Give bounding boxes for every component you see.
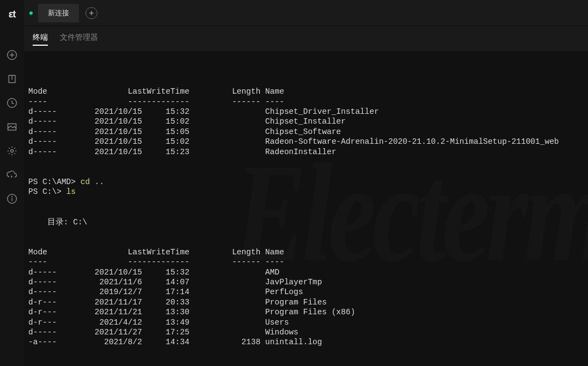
- tab-new-connection[interactable]: 新连接: [38, 4, 79, 22]
- info-icon[interactable]: [7, 193, 17, 204]
- terminal-line: Mode LastWriteTime Length Name: [28, 247, 588, 257]
- clock-icon[interactable]: [7, 97, 17, 108]
- terminal-line: [28, 227, 588, 237]
- terminal-line: [28, 157, 588, 167]
- terminal-line: d----- 2021/10/15 15:32 AMD: [28, 267, 588, 277]
- tab-file-manager[interactable]: 文件管理器: [60, 33, 98, 46]
- terminal-line: PS C:\AMD> cd ..: [28, 177, 588, 187]
- terminal-line: d----- 2021/10/15 15:05 Chipset_Software: [28, 127, 588, 137]
- terminal-line: d----- 2021/10/15 15:02 Chipset_Installe…: [28, 117, 588, 126]
- svg-point-10: [12, 196, 13, 197]
- gear-icon[interactable]: [7, 145, 17, 156]
- cloud-sync-icon[interactable]: [7, 169, 17, 180]
- terminal-line: Mode LastWriteTime Length Name: [28, 87, 588, 96]
- terminal-line: d----- 2019/12/7 17:14 PerfLogs: [28, 287, 588, 297]
- terminal-line: ---- ------------- ------ ----: [28, 97, 588, 107]
- terminal-line: [28, 347, 588, 357]
- terminal-line: [28, 197, 588, 207]
- tab-terminal[interactable]: 终端: [33, 33, 48, 46]
- terminal-line: d-r--- 2021/4/12 13:49 Users: [28, 318, 588, 327]
- sidebar: εt: [0, 0, 24, 366]
- terminal-line: d----- 2021/11/27 17:25 Windows: [28, 327, 588, 337]
- terminal-line: d----- 2021/11/6 14:07 JavPlayerTmp: [28, 277, 588, 287]
- terminal-line: d----- 2021/10/15 15:32 Chipset_Driver_I…: [28, 107, 588, 117]
- terminal-line: PS C:\> ls: [28, 187, 588, 197]
- terminal-line: d----- 2021/10/15 15:02 Radeon-Software-…: [28, 137, 588, 147]
- terminal-line: 目录: C:\: [28, 217, 588, 227]
- terminal-line: [28, 357, 588, 366]
- subnav: 终端 文件管理器: [24, 26, 588, 51]
- main-area: 新连接 终端 文件管理器 Electerm Mode LastWriteTime…: [24, 0, 588, 366]
- terminal-line: d----- 2021/10/15 15:23 RadeonInstaller: [28, 147, 588, 157]
- svg-point-7: [11, 150, 14, 152]
- terminal-output[interactable]: Electerm Mode LastWriteTime Length Name-…: [24, 51, 588, 366]
- terminal-line: -a---- 2021/8/2 14:34 2138 unintall.log: [28, 337, 588, 347]
- terminal-line: d-r--- 2021/11/21 13:30 Program Files (x…: [28, 307, 588, 317]
- bookmark-icon[interactable]: [7, 74, 17, 84]
- terminal-line: [28, 207, 588, 217]
- add-tab-button[interactable]: [85, 7, 97, 19]
- terminal-line: ---- ------------- ------ ----: [28, 257, 588, 267]
- terminal-line: [28, 167, 588, 176]
- connection-status-indicator: [29, 11, 33, 15]
- add-icon[interactable]: [7, 50, 17, 60]
- logo: εt: [9, 9, 16, 20]
- terminal-line: [28, 237, 588, 247]
- topbar: 新连接: [24, 0, 588, 26]
- image-icon[interactable]: [7, 121, 17, 132]
- terminal-line: d-r--- 2021/11/17 20:33 Program Files: [28, 297, 588, 307]
